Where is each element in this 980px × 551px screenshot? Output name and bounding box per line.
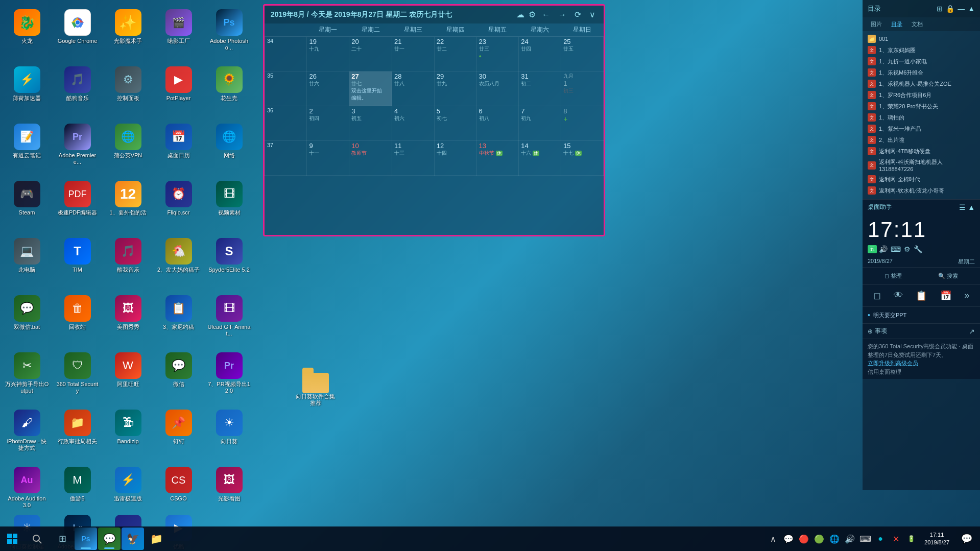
icon-fliql[interactable]: ⏰ Fliqlo.scr: [154, 177, 203, 232]
icon-pot[interactable]: ▶ PotPlayer: [154, 62, 203, 117]
icon-spy[interactable]: S Spyder5Elite 5.2: [205, 234, 253, 289]
cal-day-21[interactable]: 21廿一: [392, 37, 434, 71]
file-item-001[interactable]: 📁 001: [863, 33, 980, 44]
cal-day-sep-8[interactable]: 8 +: [561, 106, 604, 141]
cal-refresh-btn[interactable]: ⟳: [572, 9, 583, 20]
icon-bandizip[interactable]: 🗜 Bandizip: [104, 405, 152, 461]
cal-day-sep-6[interactable]: 6初八: [476, 106, 519, 141]
cal-day-sep-7[interactable]: 7初九: [519, 106, 561, 141]
icon-video[interactable]: 🎞 视频素材: [205, 177, 253, 232]
file-item-hd[interactable]: 文 返利网-4TB移动硬盘: [863, 146, 980, 157]
assistant-menu-icon[interactable]: ☰: [959, 203, 966, 211]
file-item-chu[interactable]: 文 2、出片啦: [863, 134, 980, 146]
icon-steam[interactable]: 🎮 Steam: [3, 177, 51, 232]
cal-day-sep-14[interactable]: 14 十六 休: [519, 141, 561, 176]
file-item-water[interactable]: 文 返利网-软水机·泫龙小哥哥: [863, 185, 980, 196]
icon-meitu[interactable]: 🖼 美图秀秀: [104, 291, 152, 346]
eye-icon[interactable]: 👁: [892, 288, 905, 303]
icon-ali[interactable]: W 阿里旺旺: [104, 348, 152, 403]
tray-orange-icon[interactable]: 🔴: [797, 528, 811, 550]
panel-max-icon[interactable]: ▲: [968, 5, 975, 13]
icon-csgo[interactable]: CS CSGO: [154, 463, 203, 509]
cal-day-31[interactable]: 31初二: [519, 71, 561, 106]
icon-fire[interactable]: 🐉 火龙: [3, 5, 51, 60]
cal-day-23[interactable]: 23廿三●: [476, 37, 519, 71]
cal-day-sep-9[interactable]: 9十一: [307, 141, 349, 176]
cal-day-25[interactable]: 25廿五: [561, 37, 604, 71]
keyboard-icon[interactable]: ⌨: [891, 245, 901, 253]
file-item-jd[interactable]: 文 1、京东妈妈圈: [863, 44, 980, 56]
file-item-li[interactable]: 文 1、璃拍的: [863, 112, 980, 123]
file-item-rong[interactable]: 文 1、荣耀20 Pro背书公关: [863, 101, 980, 112]
cal-next-btn[interactable]: →: [556, 9, 568, 20]
cal-day-22[interactable]: 22廿二: [434, 37, 476, 71]
icon-music2[interactable]: 🎵 酷我音乐: [104, 234, 152, 289]
tray-wechat-icon[interactable]: 💬: [781, 528, 796, 550]
panel-minus-icon[interactable]: —: [958, 5, 965, 13]
cal-day-sep-2[interactable]: 2初四: [307, 106, 349, 141]
icon-wechat[interactable]: 💬 双微信.bat: [3, 291, 51, 346]
calendar-icon[interactable]: 📅: [938, 288, 953, 303]
icon-label2[interactable]: 12 1、要外包的活: [104, 177, 152, 232]
folder-icon-sunflower[interactable]: 向日葵软件合集推荐: [291, 363, 340, 406]
taskbar-task-view[interactable]: ⊞: [51, 528, 74, 550]
speaker-icon[interactable]: 🔊: [879, 245, 888, 253]
cal-day-19[interactable]: 19十九: [307, 37, 349, 71]
icon-thunder[interactable]: ⚡ 迅雷极速版: [104, 463, 152, 509]
desktop-icon[interactable]: ◻: [871, 288, 883, 303]
icon-pr[interactable]: Pr Adobe Premiere...: [53, 119, 102, 175]
file-item-mi[interactable]: 文 1、紫米一堆产品: [863, 123, 980, 134]
tray-net-icon[interactable]: 🌐: [827, 528, 842, 550]
file-item-leshi[interactable]: 文 1、乐视M6升维合: [863, 67, 980, 78]
taskbar-file-app[interactable]: 📁: [145, 528, 168, 550]
panel-screenshot-icon[interactable]: ⊞: [937, 5, 943, 13]
icon-boost[interactable]: ⚡ 薄荷加速器: [3, 62, 51, 117]
icon-iphoto[interactable]: 🖌 iPhotoDraw - 快捷方式: [3, 405, 51, 461]
file-item-zoe[interactable]: 文 1、乐视机器人·易推公关ZOE: [863, 78, 980, 89]
cal-day-26[interactable]: 26廿六: [307, 71, 349, 106]
organize-btn[interactable]: ◻ 整理: [881, 271, 905, 281]
cal-day-sep-1[interactable]: 九月 1 初三: [561, 71, 604, 106]
tab-images[interactable]: 图片: [867, 19, 886, 29]
event-add-icon[interactable]: ⊕ 事项: [868, 327, 887, 336]
icon-360[interactable]: 🛡 360 Total Security: [53, 348, 102, 403]
cal-day-24[interactable]: 24廿四: [519, 37, 561, 71]
icon-tool[interactable]: ✂ 万兴神剪手导出Output: [3, 348, 51, 403]
tray-volume-icon[interactable]: 🔊: [843, 528, 857, 550]
icon-note[interactable]: 📝 有道云笔记: [3, 119, 51, 175]
cal-day-sep-5[interactable]: 5初七: [434, 106, 476, 141]
icon-pr2[interactable]: Pr 7、PR视频导出12.0: [205, 348, 253, 403]
icon-lr[interactable]: 🖼 光影看图: [205, 463, 253, 509]
taskbar-lark-app[interactable]: 🦅: [122, 528, 144, 550]
panel-lock-icon[interactable]: 🔒: [946, 5, 954, 13]
more-icon[interactable]: »: [962, 288, 971, 303]
cal-day-sep-10[interactable]: 10教师节: [349, 141, 392, 176]
tray-keyboard-icon[interactable]: ⌨: [858, 528, 872, 550]
file-item-cotton[interactable]: 文 返利网-全棉时代: [863, 174, 980, 185]
cal-day-20[interactable]: 20二十: [349, 37, 392, 71]
taskbar-notification-btn[interactable]: 💬: [955, 528, 978, 550]
icon-ulead[interactable]: 🎞 Ulead GIF Animat...: [205, 291, 253, 346]
cal-day-sep-12[interactable]: 12十四: [434, 141, 476, 176]
icon-kugo[interactable]: 🎵 酷狗音乐: [53, 62, 102, 117]
icon-mu5[interactable]: M 傲游5: [53, 463, 102, 509]
icon-pc[interactable]: 💻 此电脑: [3, 234, 51, 289]
tray-x-icon[interactable]: ✕: [889, 528, 903, 550]
file-item-robot[interactable]: 文 返利网-科沃斯扫地机器人13188847226: [863, 157, 980, 174]
cal-day-27-today[interactable]: 27 廿七 双击这里开始编辑。: [349, 71, 392, 106]
cal-expand-btn[interactable]: ∨: [587, 9, 597, 20]
cal-day-sep-13[interactable]: 13 中秋节 休: [476, 141, 519, 176]
cal-day-28[interactable]: 28廿八: [392, 71, 434, 106]
icon-magic[interactable]: ✨ 光影魔术手: [104, 5, 152, 60]
cal-day-sep-11[interactable]: 11十三: [392, 141, 434, 176]
file-item-luo[interactable]: 文 1、罗R6合作项目6月: [863, 89, 980, 101]
taskbar-wechat-app[interactable]: 💬: [98, 528, 121, 550]
taskbar-clock[interactable]: 17:11 2019/8/27: [919, 528, 954, 550]
icon-chicken[interactable]: 🐔 2、发大妈的稿子: [154, 234, 203, 289]
notice-upgrade-link[interactable]: 立即升级到高级会员: [868, 360, 918, 366]
cal-day-sep-3[interactable]: 3初五: [349, 106, 392, 141]
icon-net[interactable]: 🌐 网络: [205, 119, 253, 175]
icon-audio-factory[interactable]: 🎬 喏影工厂: [154, 5, 203, 60]
icon-nail[interactable]: 📌 钉钉: [154, 405, 203, 461]
tray-battery-icon[interactable]: 🔋: [904, 528, 918, 550]
